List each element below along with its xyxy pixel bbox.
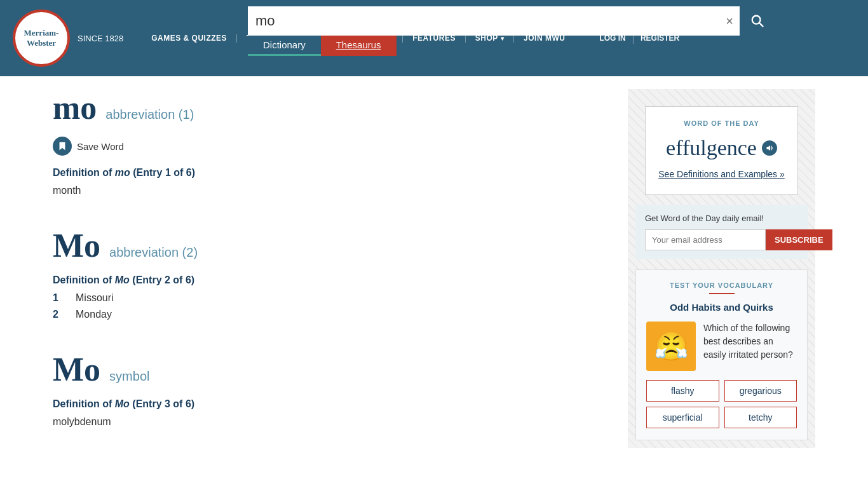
content-area: mo abbreviation (1) Save Word Definition… [53, 89, 609, 458]
vocab-widget: TEST YOUR VOCABULARY Odd Habits and Quir… [635, 269, 808, 440]
save-word-row[interactable]: Save Word [53, 137, 609, 156]
search-bar: × [248, 6, 775, 36]
vocab-title: Odd Habits and Quirks [646, 302, 797, 313]
chevron-right-icon: » [780, 169, 785, 179]
entry-3-def-text: molybdenum [53, 416, 609, 428]
entry-2-header: Mo abbreviation (2) [53, 227, 609, 264]
entry-1: mo abbreviation (1) Save Word Definition… [53, 89, 609, 208]
entry-2: Mo abbreviation (2) Definition of Mo (En… [53, 227, 609, 332]
vocab-option-4[interactable]: tetchy [724, 407, 797, 428]
vocab-image: 😤 [646, 322, 696, 371]
wotd-definitions-link[interactable]: See Definitions and Examples » [658, 169, 785, 179]
sidebar: WORD OF THE DAY effulgence [628, 89, 815, 458]
logo-text: Merriam- Webster [24, 28, 59, 48]
entry-1-def-text: month [53, 185, 609, 196]
entry-2-def-2: 2 Monday [53, 309, 609, 320]
entry-2-def-header: Definition of Mo (Entry 2 of 6) [53, 274, 609, 286]
sidebar-background: WORD OF THE DAY effulgence [628, 89, 815, 448]
email-input[interactable] [645, 229, 766, 250]
wotd-label: WORD OF THE DAY [658, 119, 785, 127]
save-word-label[interactable]: Save Word [77, 141, 124, 152]
bookmark-icon [58, 141, 67, 151]
entry-3-word: Mo [53, 351, 100, 388]
entry-1-def-header: Definition of mo (Entry 1 of 6) [53, 167, 609, 179]
tab-thesaurus[interactable]: Thesaurus [321, 36, 397, 56]
vocab-divider [709, 293, 735, 294]
search-tabs: Dictionary Thesaurus [248, 36, 775, 56]
vocab-options: flashy gregarious superficial tetchy [646, 380, 797, 428]
search-area: × Dictionary Thesaurus [248, 6, 775, 56]
save-icon[interactable] [53, 137, 72, 156]
email-row: SUBSCRIBE [645, 229, 798, 250]
search-clear-button[interactable]: × [719, 14, 740, 29]
vocab-label: TEST YOUR VOCABULARY [646, 281, 797, 289]
search-icon [750, 14, 764, 28]
svg-point-0 [752, 16, 761, 24]
since-text: SINCE 1828 [78, 34, 123, 43]
vocab-option-2[interactable]: gregarious [724, 380, 797, 402]
vocab-option-1[interactable]: flashy [646, 380, 719, 402]
logo[interactable]: Merriam- Webster [13, 10, 70, 67]
entry-3: Mo symbol Definition of Mo (Entry 3 of 6… [53, 351, 609, 439]
vocab-question: Which of the following best describes an… [703, 322, 797, 371]
entry-2-word: Mo [53, 227, 100, 264]
wotd-card: WORD OF THE DAY effulgence [645, 106, 798, 195]
speaker-icon [766, 144, 773, 152]
speaker-button[interactable] [762, 140, 777, 156]
vocab-option-3[interactable]: superficial [646, 407, 719, 428]
svg-line-1 [759, 23, 763, 27]
entry-3-header: Mo symbol [53, 351, 609, 388]
entry-1-header: mo abbreviation (1) [53, 89, 609, 126]
search-submit-button[interactable] [740, 6, 775, 36]
vocab-image-area: 😤 Which of the following best describes … [646, 322, 797, 371]
email-section: Get Word of the Day daily email! SUBSCRI… [635, 205, 808, 259]
main-content: mo abbreviation (1) Save Word Definition… [0, 76, 868, 471]
entry-2-pos: abbreviation (2) [109, 245, 198, 260]
wotd-word: effulgence [658, 136, 785, 160]
nav-games[interactable]: GAMES & QUIZZES [142, 34, 236, 43]
tab-dictionary[interactable]: Dictionary [248, 36, 321, 56]
search-input[interactable] [248, 13, 719, 29]
entry-3-def-header: Definition of Mo (Entry 3 of 6) [53, 398, 609, 410]
entry-2-def-1: 1 Missouri [53, 292, 609, 304]
svg-marker-2 [766, 146, 770, 151]
entry-1-pos: abbreviation (1) [105, 107, 194, 122]
wotd-widget: WORD OF THE DAY effulgence [635, 106, 808, 259]
logo-area: Merriam- Webster SINCE 1828 [13, 10, 123, 67]
email-label: Get Word of the Day daily email! [645, 214, 798, 223]
subscribe-button[interactable]: SUBSCRIBE [766, 229, 832, 250]
entry-3-pos: symbol [109, 369, 149, 384]
entry-1-word: mo [53, 89, 97, 126]
site-header: Merriam- Webster SINCE 1828 GAMES & QUIZ… [0, 0, 868, 76]
